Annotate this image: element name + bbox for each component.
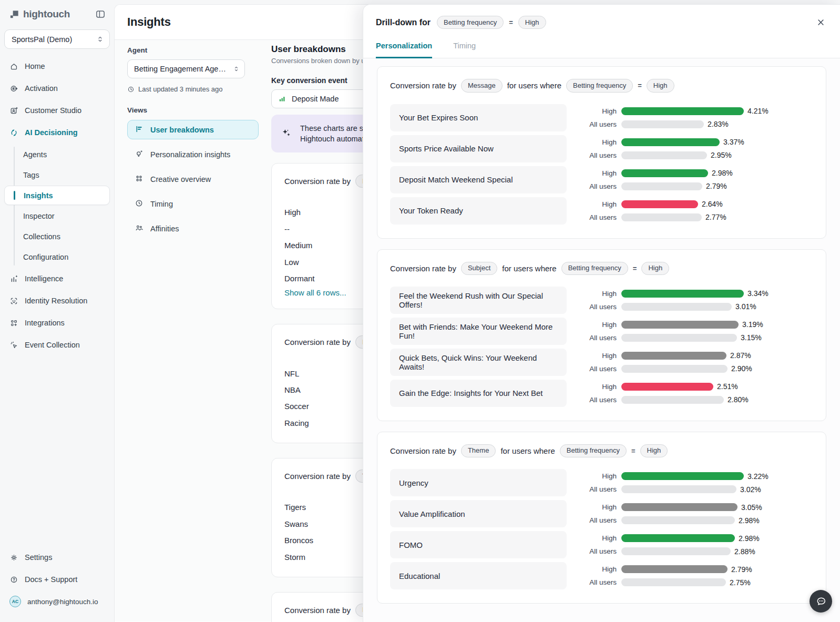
- equals-sign: =: [638, 81, 642, 89]
- lightbulb-icon: [135, 149, 144, 160]
- chat-bubble-icon: [815, 595, 827, 608]
- filter-field-pill: Betting frequency: [437, 16, 504, 29]
- conversion-card-subject: Conversion rate by Subject for users whe…: [377, 249, 826, 421]
- view-item-affinities[interactable]: Affinities: [127, 219, 259, 238]
- chart-row: Educational High2.79% All users2.75%: [390, 562, 813, 589]
- view-item-personalization-insights[interactable]: Personalization insights: [127, 145, 259, 164]
- intelligence-icon: [9, 274, 18, 283]
- gear-icon: [9, 553, 18, 562]
- sidebar-item-intelligence[interactable]: Intelligence: [4, 269, 110, 289]
- filter-value-pill: High: [647, 79, 674, 92]
- view-item-creative-overview[interactable]: Creative overview: [127, 169, 259, 189]
- bar-all-users: [621, 151, 707, 159]
- sidebar: hightouch SportsPal (Demo) Home Activati…: [0, 0, 114, 622]
- bar-high: [621, 138, 720, 146]
- filter-field-pill: Betting frequency: [560, 444, 627, 457]
- close-icon[interactable]: [814, 16, 827, 29]
- conversion-card-theme: Conversion rate by Theme for users where…: [377, 432, 826, 604]
- filter-value-pill: High: [641, 262, 669, 275]
- sidebar-item-insights[interactable]: Insights: [4, 186, 110, 205]
- drilldown-body: Conversion rate by Message for users whe…: [363, 58, 840, 622]
- logo-text: hightouch: [23, 8, 70, 20]
- bar-all-users: [621, 334, 737, 342]
- filter-field-pill: Betting frequency: [566, 79, 633, 92]
- bar-high: [621, 383, 713, 391]
- filter-field-pill: Betting frequency: [561, 262, 628, 275]
- sidebar-item-inspector[interactable]: Inspector: [4, 206, 110, 226]
- bar-all-users: [621, 213, 702, 221]
- chart-row: Your Token Ready High2.64% All users2.77…: [390, 197, 813, 225]
- equals-sign: =: [509, 18, 513, 26]
- dots-grid-icon: [135, 174, 144, 185]
- dimension-pill: Theme: [461, 444, 496, 457]
- equals-sign: =: [633, 264, 637, 272]
- bar-all-users: [621, 365, 728, 373]
- home-icon: [9, 62, 18, 71]
- chat-widget-button[interactable]: [810, 590, 832, 613]
- chart-row: Sports Price Available Now High3.37% All…: [390, 135, 813, 162]
- bar-high: [621, 352, 726, 360]
- chart-row: Bet with Friends: Make Your Weekend More…: [390, 318, 813, 345]
- sparkles-icon: [281, 128, 292, 139]
- equals-sign: =: [631, 447, 636, 455]
- sidebar-item-activation[interactable]: Activation: [4, 78, 110, 98]
- bar-high: [621, 472, 744, 480]
- view-item-user-breakdowns[interactable]: User breakdowns: [127, 120, 259, 139]
- bar-all-users: [621, 182, 702, 190]
- ai-decisioning-icon: [9, 128, 18, 137]
- identity-resolution-icon: [9, 297, 18, 305]
- bar-all-users: [621, 516, 735, 524]
- drilldown-panel: Drill-down for Betting frequency = High …: [363, 4, 840, 622]
- workspace-selector[interactable]: SportsPal (Demo): [4, 29, 110, 49]
- bar-all-users: [621, 547, 731, 555]
- chart-row: Feel the Weekend Rush with Our Special O…: [390, 287, 813, 314]
- view-item-timing[interactable]: Timing: [127, 194, 259, 213]
- user-email: anthony@hightouch.io: [27, 598, 98, 606]
- workspace-name: SportsPal (Demo): [12, 35, 72, 44]
- funnel-chart-icon: [135, 125, 144, 135]
- sidebar-item-account[interactable]: AC anthony@hightouch.io: [4, 592, 110, 611]
- sidebar-item-event-collection[interactable]: Event Collection: [4, 335, 110, 355]
- avatar: AC: [9, 596, 21, 607]
- bar-high: [621, 534, 735, 542]
- page-title: Insights: [127, 15, 171, 29]
- sidebar-item-agents[interactable]: Agents: [4, 145, 110, 164]
- sidebar-item-configuration[interactable]: Configuration: [4, 247, 110, 267]
- app-root: hightouch SportsPal (Demo) Home Activati…: [0, 0, 840, 622]
- sidebar-item-home[interactable]: Home: [4, 56, 110, 76]
- chevron-up-down-icon: [96, 35, 104, 43]
- filter-value-pill: High: [640, 444, 668, 457]
- drilldown-title: Drill-down for: [376, 18, 431, 27]
- conversion-card-message: Conversion rate by Message for users whe…: [377, 66, 826, 238]
- sidebar-item-tags[interactable]: Tags: [4, 165, 110, 185]
- sidebar-item-identity-resolution[interactable]: Identity Resolution: [4, 291, 110, 311]
- bar-all-users: [621, 303, 732, 311]
- sidebar-item-settings[interactable]: Settings: [4, 547, 110, 567]
- sidebar-item-collections[interactable]: Collections: [4, 227, 110, 246]
- views-label: Views: [127, 106, 259, 114]
- bar-high: [621, 107, 744, 115]
- sidebar-item-integrations[interactable]: Integrations: [4, 313, 110, 333]
- insights-controls: Agent Betting Engagement Agent (... Last…: [127, 45, 259, 238]
- banner-line-2: Hightouch automati: [300, 134, 367, 144]
- sidebar-item-customer-studio[interactable]: Customer Studio: [4, 100, 110, 120]
- tab-personalization[interactable]: Personalization: [376, 42, 432, 58]
- hightouch-logo-icon: [9, 9, 19, 19]
- people-icon: [135, 223, 144, 234]
- chart-row: FOMO High2.98% All users2.88%: [390, 531, 813, 558]
- bar-all-users: [621, 396, 724, 404]
- agent-label: Agent: [127, 46, 147, 54]
- sidebar-nav: Home Activation Customer Studio AI Decis…: [4, 56, 110, 357]
- tab-timing[interactable]: Timing: [453, 42, 476, 58]
- agent-select[interactable]: Betting Engagement Agent (...: [127, 59, 245, 78]
- sidebar-item-ai-decisioning[interactable]: AI Decisioning: [4, 123, 110, 142]
- sidebar-item-docs-support[interactable]: Docs + Support: [4, 569, 110, 589]
- sidebar-collapse-icon[interactable]: [94, 8, 107, 21]
- chevron-up-down-icon: [233, 65, 240, 73]
- bar-all-users: [621, 485, 736, 493]
- bar-high: [621, 200, 698, 208]
- bar-high: [621, 321, 739, 329]
- clock-icon: [135, 199, 144, 209]
- activation-icon: [9, 84, 18, 93]
- clock-icon: [127, 86, 135, 93]
